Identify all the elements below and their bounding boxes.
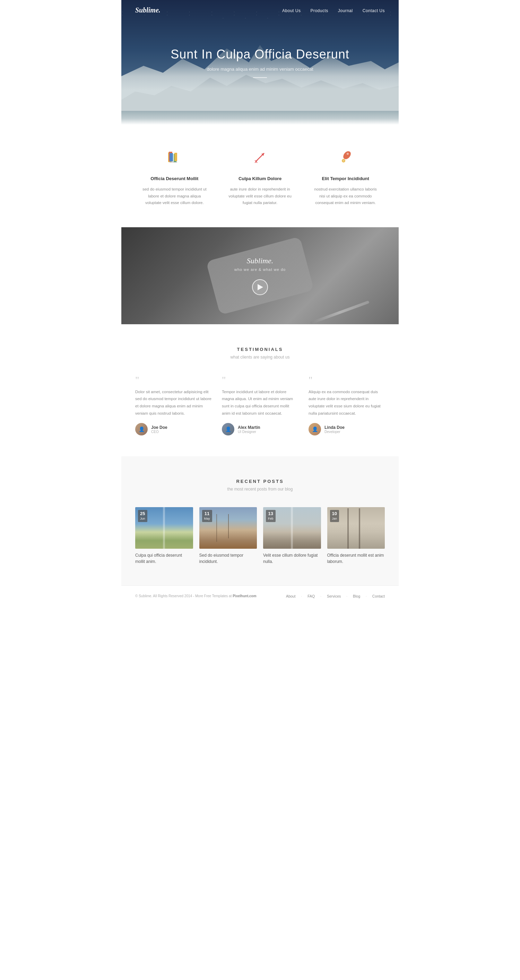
posts-grid: 25 Jun Culpa qui officia deserunt mollit…: [135, 507, 385, 565]
post-date-badge-3: 13 Feb: [266, 510, 276, 522]
post-month-3: Feb: [268, 517, 274, 521]
author-name-3: Linda Doe: [324, 425, 345, 430]
author-info-3: Linda Doe Developer: [324, 425, 345, 434]
avatar-3: 👤: [308, 423, 321, 436]
testimonial-author-3: 👤 Linda Doe Developer: [308, 423, 385, 436]
feature-desc-1: sed do eiusmod tempor incididunt ut labo…: [142, 186, 207, 207]
footer: © Sublime. All Rights Reserved 2014 - Mo…: [121, 585, 399, 606]
hero-divider: [253, 77, 267, 78]
recent-posts-subtitle: the most recent posts from our blog: [135, 487, 385, 492]
post-image-4[interactable]: 10 Jan: [327, 507, 385, 549]
post-image-1[interactable]: 25 Jun: [135, 507, 193, 549]
hero-content: Sunt In Culpa Officia Deserunt dolore ma…: [171, 47, 349, 78]
feature-title-2: Culpa Killum Dolore: [228, 176, 293, 181]
author-role-3: Developer: [324, 430, 345, 434]
footer-blog[interactable]: Blog: [353, 594, 360, 598]
features-grid: Officia Deserunt Mollit sed do eiusmod t…: [135, 149, 385, 207]
hero-subtitle: dolore magna aliqua enim ad minim veniam…: [171, 67, 349, 72]
avatar-img-3: 👤: [308, 423, 321, 436]
footer-faq[interactable]: FAQ: [308, 594, 315, 598]
rail-track-2: [359, 509, 360, 549]
quote-mark-2: ": [222, 375, 298, 385]
post-month-4: Jan: [332, 517, 337, 521]
testimonials-grid: " Dolor sit amet, consectetur adipisicin…: [135, 375, 385, 436]
post-image-3[interactable]: 13 Feb: [263, 507, 321, 549]
svg-point-10: [347, 153, 349, 155]
feature-item-2: × Culpa Killum Dolore aute irure dolor i…: [221, 149, 300, 207]
post-day-2: 11: [204, 511, 210, 517]
author-name-2: Alex Martin: [238, 425, 260, 430]
author-info-2: Alex Martin UI Designer: [238, 425, 260, 434]
brand-logo[interactable]: Sublime.: [135, 6, 161, 14]
svg-text:×: ×: [254, 159, 258, 165]
testimonial-text-1: Dolor sit amet, consectetur adipisicing …: [135, 388, 212, 417]
footer-about[interactable]: About: [286, 594, 295, 598]
post-1: 25 Jun Culpa qui officia deserunt mollit…: [135, 507, 193, 565]
pixelhunt-link[interactable]: Pixelhunt.com: [233, 594, 256, 598]
post-4: 10 Jan Officia deserunt mollit est anim …: [327, 507, 385, 565]
quote-mark-1: ": [135, 375, 212, 385]
testimonial-author-1: 👤 Joe Doe CEO: [135, 423, 212, 436]
play-button[interactable]: [252, 279, 268, 295]
recent-posts-section: RECENT POSTS the most recent posts from …: [121, 456, 399, 585]
feature-title-3: Elit Tempor Incididunt: [313, 176, 378, 181]
hero-title: Sunt In Culpa Officia Deserunt: [171, 47, 349, 62]
post-title-4[interactable]: Officia deserunt mollit est anim laborum…: [327, 552, 385, 565]
rocket-icon: [313, 149, 378, 169]
testimonial-2: " Tempor incididunt ut labore et dolore …: [222, 375, 298, 436]
post-day-3: 13: [268, 511, 274, 517]
feature-item-3: Elit Tempor Incididunt nostrud exercitat…: [306, 149, 385, 207]
post-day-4: 10: [332, 511, 337, 517]
footer-links: About · FAQ · Services · Blog · Contact: [286, 593, 385, 599]
avatar-img-1: 👤: [135, 423, 148, 436]
arrows-icon: ×: [228, 149, 293, 169]
testimonial-text-2: Tempor incididunt ut labore et dolore ma…: [222, 388, 298, 417]
nav-products[interactable]: Products: [310, 8, 328, 13]
post-month-1: Jun: [140, 517, 145, 521]
testimonial-1: " Dolor sit amet, consectetur adipisicin…: [135, 375, 212, 436]
footer-services[interactable]: Services: [327, 594, 341, 598]
footer-copy: © Sublime. All Rights Reserved 2014 - Mo…: [135, 594, 257, 598]
post-month-2: May: [204, 517, 210, 521]
nav-contact[interactable]: Contact Us: [363, 8, 385, 13]
author-info-1: Joe Doe CEO: [151, 425, 167, 434]
avatar-2: 👤: [222, 423, 234, 436]
post-day-1: 25: [140, 511, 145, 517]
quote-mark-3: ": [308, 375, 385, 385]
feature-desc-3: nostrud exercitation ullamco laboris nis…: [313, 186, 378, 207]
video-content: Sublime. who we are & what we do: [234, 256, 286, 295]
post-date-badge-2: 11 May: [202, 510, 212, 522]
post-image-2[interactable]: 11 May: [199, 507, 257, 549]
testimonials-title: TESTIMONIALS: [135, 347, 385, 352]
feature-title-1: Officia Deserunt Mollit: [142, 176, 207, 181]
power-pole-2: [216, 514, 217, 542]
play-triangle-icon: [258, 284, 263, 290]
video-section: Sublime. who we are & what we do: [121, 227, 399, 324]
books-icon: [142, 149, 207, 169]
navbar: Sublime. About Us Products Journal Conta…: [121, 0, 399, 21]
post-title-3[interactable]: Velit esse cillum dollore fugiat nulla.: [263, 552, 321, 565]
post-title-2[interactable]: Sed do eiusmod tempor incididunt.: [199, 552, 257, 565]
nav-journal[interactable]: Journal: [338, 8, 353, 13]
post-title-1[interactable]: Culpa qui officia deserunt mollit anim.: [135, 552, 193, 565]
avatar-1: 👤: [135, 423, 148, 436]
video-tagline: who we are & what we do: [234, 267, 286, 272]
features-section: Officia Deserunt Mollit sed do eiusmod t…: [121, 125, 399, 227]
testimonials-subtitle: what clients are saying about us: [135, 355, 385, 360]
footer-contact[interactable]: Contact: [372, 594, 385, 598]
recent-posts-title: RECENT POSTS: [135, 479, 385, 484]
author-role-2: UI Designer: [238, 430, 260, 434]
avatar-img-2: 👤: [222, 423, 234, 436]
video-logo: Sublime.: [234, 256, 286, 265]
author-name-1: Joe Doe: [151, 425, 167, 430]
feature-desc-2: aute irure dolor in reprehenderit in vol…: [228, 186, 293, 207]
testimonial-3: " Aliquip ex ea commodo consequat duis a…: [308, 375, 385, 436]
road-line-3: [291, 507, 293, 549]
testimonial-author-2: 👤 Alex Martin UI Designer: [222, 423, 298, 436]
post-date-badge-1: 25 Jun: [138, 510, 147, 522]
nav-about[interactable]: About Us: [282, 8, 301, 13]
road-line-1: [163, 507, 165, 549]
power-pole: [228, 514, 229, 538]
post-3: 13 Feb Velit esse cillum dollore fugiat …: [263, 507, 321, 565]
svg-point-12: [343, 160, 345, 162]
